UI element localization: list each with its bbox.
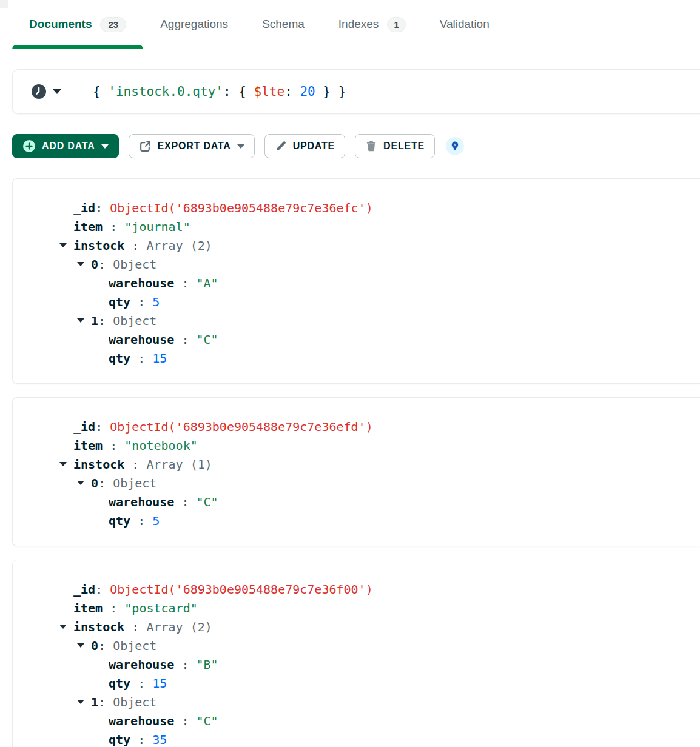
field-separator: : bbox=[130, 295, 152, 309]
field-key: warehouse bbox=[109, 276, 174, 290]
tab-schema[interactable]: Schema bbox=[245, 0, 321, 49]
update-button[interactable]: UPDATE bbox=[264, 134, 345, 158]
export-data-label: EXPORT DATA bbox=[158, 141, 231, 152]
field-separator: : bbox=[98, 695, 113, 709]
document-field-row: warehouse : "C" bbox=[13, 711, 700, 730]
field-separator: : bbox=[130, 676, 152, 691]
field-separator: : bbox=[98, 476, 113, 491]
field-separator: : bbox=[174, 495, 196, 509]
document-field-row: warehouse : "A" bbox=[13, 273, 700, 292]
field-value: Object bbox=[113, 476, 156, 491]
query-token: } } bbox=[315, 84, 346, 99]
document-field-row: item : "postcard" bbox=[13, 598, 700, 617]
field-separator: : bbox=[98, 313, 113, 328]
document-field-row: qty : 15 bbox=[13, 674, 700, 692]
document-field-row: warehouse : "B" bbox=[13, 655, 700, 674]
field-separator: : bbox=[98, 638, 113, 653]
field-key: warehouse bbox=[109, 714, 174, 728]
collapse-caret-icon[interactable] bbox=[59, 462, 67, 466]
field-value: Array (1) bbox=[146, 457, 212, 472]
field-value: ObjectId('6893b0e905488e79c7e36efc') bbox=[110, 201, 372, 215]
field-key: warehouse bbox=[109, 495, 174, 509]
query-token: 20 bbox=[300, 84, 315, 99]
document-card: _id: ObjectId('6893b0e905488e79c7e36efd'… bbox=[12, 397, 700, 546]
collection-tab-bar: Documents 23 Aggregations Schema Indexes… bbox=[0, 0, 700, 49]
document-field-row: _id: ObjectId('6893b0e905488e79c7e36efc'… bbox=[13, 198, 700, 217]
field-key: instock bbox=[73, 620, 124, 634]
tab-indexes-label: Indexes bbox=[338, 18, 379, 31]
query-history-button[interactable] bbox=[31, 84, 61, 99]
field-separator: : bbox=[103, 438, 124, 453]
collapse-caret-icon[interactable] bbox=[77, 700, 84, 704]
document-field-row: 1: Object bbox=[13, 311, 700, 330]
query-token: : bbox=[223, 84, 238, 99]
field-key: item bbox=[73, 601, 103, 615]
document-card: _id: ObjectId('6893b0e905488e79c7e36f00'… bbox=[12, 560, 700, 747]
tab-validation[interactable]: Validation bbox=[423, 0, 506, 49]
document-field-row: item : "notebook" bbox=[13, 436, 700, 455]
add-data-label: ADD DATA bbox=[42, 141, 95, 152]
clock-icon bbox=[31, 84, 47, 99]
query-token: 'instock.0.qty' bbox=[108, 84, 223, 99]
crud-toolbar: ADD DATA EXPORT DATA UPDATE bbox=[12, 134, 700, 158]
field-value: "B" bbox=[197, 657, 218, 672]
collapse-caret-icon[interactable] bbox=[77, 643, 84, 648]
document-field-row: qty : 35 bbox=[13, 730, 700, 747]
collapse-caret-icon[interactable] bbox=[77, 262, 84, 266]
field-value: "journal" bbox=[124, 219, 190, 234]
field-key: _id bbox=[73, 420, 95, 434]
field-value: Object bbox=[113, 695, 156, 709]
add-data-button[interactable]: ADD DATA bbox=[12, 134, 119, 158]
tab-aggregations-label: Aggregations bbox=[160, 18, 228, 31]
tab-schema-label: Schema bbox=[262, 18, 305, 31]
tab-aggregations[interactable]: Aggregations bbox=[143, 0, 245, 49]
query-insights-button[interactable] bbox=[446, 137, 464, 155]
field-value: "C" bbox=[197, 495, 218, 509]
document-field-row: 1: Object bbox=[13, 692, 700, 711]
field-value: Array (2) bbox=[146, 238, 212, 253]
tab-documents[interactable]: Documents 23 bbox=[12, 0, 143, 49]
document-field-row: qty : 5 bbox=[13, 511, 700, 530]
collapse-caret-icon[interactable] bbox=[59, 625, 67, 629]
field-value: Object bbox=[113, 638, 156, 653]
field-key: warehouse bbox=[109, 657, 174, 672]
field-value: ObjectId('6893b0e905488e79c7e36f00') bbox=[110, 582, 372, 597]
query-token: { bbox=[93, 84, 108, 99]
field-key: _id bbox=[73, 582, 95, 597]
field-value: 35 bbox=[152, 732, 167, 747]
field-separator: : bbox=[174, 714, 196, 728]
document-field-row: instock : Array (2) bbox=[13, 617, 700, 636]
document-field-row: 0: Object bbox=[13, 474, 700, 492]
document-field-row: item : "journal" bbox=[13, 217, 700, 236]
query-input[interactable]: { 'instock.0.qty': { $lte: 20 } } bbox=[93, 84, 346, 99]
export-data-button[interactable]: EXPORT DATA bbox=[129, 134, 255, 158]
indexes-count-badge: 1 bbox=[387, 17, 405, 32]
field-separator: : bbox=[130, 732, 152, 747]
field-value: "notebook" bbox=[124, 438, 197, 453]
document-field-row: warehouse : "C" bbox=[13, 492, 700, 511]
collapse-caret-icon[interactable] bbox=[77, 318, 84, 323]
field-separator: : bbox=[103, 219, 124, 234]
field-value: "C" bbox=[197, 332, 218, 347]
plus-circle-icon bbox=[22, 139, 36, 153]
tab-indexes[interactable]: Indexes 1 bbox=[321, 0, 423, 49]
delete-button[interactable]: DELETE bbox=[355, 134, 435, 158]
collapse-caret-icon[interactable] bbox=[77, 481, 84, 485]
document-field-row: _id: ObjectId('6893b0e905488e79c7e36f00'… bbox=[13, 580, 700, 598]
collapse-caret-icon[interactable] bbox=[59, 243, 67, 247]
trash-icon bbox=[365, 140, 377, 152]
field-separator: : bbox=[103, 601, 124, 615]
field-value: 15 bbox=[152, 676, 167, 691]
field-value: Array (2) bbox=[146, 620, 212, 634]
field-key: qty bbox=[109, 514, 130, 528]
document-field-row: 0: Object bbox=[13, 636, 700, 655]
field-value: Object bbox=[113, 257, 156, 272]
documents-count-badge: 23 bbox=[100, 17, 126, 32]
field-key: 0 bbox=[91, 257, 98, 272]
field-separator: : bbox=[174, 332, 196, 347]
chevron-down-icon bbox=[53, 89, 61, 94]
tab-validation-label: Validation bbox=[440, 18, 490, 31]
field-separator: : bbox=[98, 257, 113, 272]
update-label: UPDATE bbox=[293, 141, 335, 152]
field-value: Object bbox=[113, 313, 156, 328]
